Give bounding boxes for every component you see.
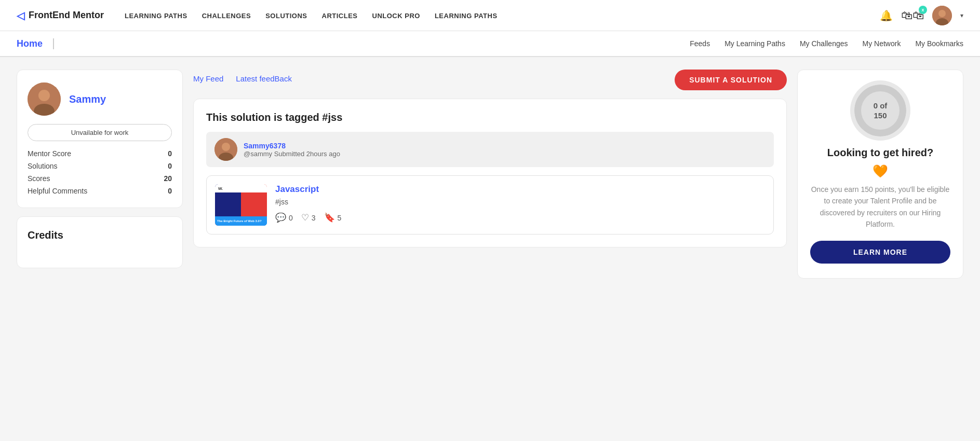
solution-info: Javascript #jss 💬 0 ♡ 3 🔖 5 xyxy=(275,184,765,223)
profile-top: Sammy xyxy=(28,82,172,116)
submit-solution-button[interactable]: SUBMIT A SOLUTION xyxy=(675,70,787,90)
nav-item-articles[interactable]: ARTICLES xyxy=(322,11,358,20)
stat-scores: Scores 20 xyxy=(28,174,172,183)
hiring-description: Once you earn 150 points, you'll be elig… xyxy=(810,184,950,230)
stat-solutions-value: 0 xyxy=(168,162,172,170)
avatar-image xyxy=(932,6,952,25)
author-avatar-image xyxy=(214,138,237,161)
credits-title: Credits xyxy=(28,229,63,241)
cart-wrapper[interactable]: 🛍 x xyxy=(901,9,924,22)
sub-nav-links: Feeds My Learning Paths My Challenges My… xyxy=(690,39,963,48)
sub-nav-learning-paths[interactable]: My Learning Paths xyxy=(724,39,785,48)
profile-avatar-image xyxy=(28,82,61,116)
solution-author: Sammy6378 @sammy Submitted 2hours ago xyxy=(206,132,774,167)
nav-item-learning-paths-2[interactable]: LEARNING PATHS xyxy=(435,11,498,20)
author-info: Sammy6378 @sammy Submitted 2hours ago xyxy=(244,142,340,158)
progress-circle-wrapper: 0 of 150 xyxy=(810,85,950,136)
stat-helpful-comments-label: Helpful Comments xyxy=(28,187,87,195)
bell-icon[interactable] xyxy=(880,9,893,22)
profile-name: Sammy xyxy=(69,93,106,105)
nav-item-challenges[interactable]: CHALLENGES xyxy=(202,11,251,20)
author-name[interactable]: Sammy6378 xyxy=(244,142,340,150)
stat-scores-label: Scores xyxy=(28,174,50,183)
stat-mentor-score-label: Mentor Score xyxy=(28,149,71,158)
thumb-text-block: The Bright Future of Web 3.0? xyxy=(215,216,267,226)
stat-helpful-comments: Helpful Comments 0 xyxy=(28,187,172,195)
tab-latest-feedback[interactable]: Latest feedBack xyxy=(236,74,292,86)
solution-actions: 💬 0 ♡ 3 🔖 5 xyxy=(275,212,765,223)
main-layout: Sammy Unvailable for work Mentor Score 0… xyxy=(0,57,980,291)
comment-action[interactable]: 💬 0 xyxy=(275,212,293,223)
profile-card: Sammy Unvailable for work Mentor Score 0… xyxy=(17,70,183,208)
stat-mentor-score: Mentor Score 0 xyxy=(28,149,172,158)
left-sidebar: Sammy Unvailable for work Mentor Score 0… xyxy=(17,70,183,279)
like-action[interactable]: ♡ 3 xyxy=(301,212,316,223)
feed-header: My Feed Latest feedBack SUBMIT A SOLUTIO… xyxy=(193,70,787,90)
heart-icon: ♡ xyxy=(301,212,309,223)
stat-solutions: Solutions 0 xyxy=(28,162,172,170)
author-avatar xyxy=(214,138,237,161)
avatar[interactable] xyxy=(932,6,952,25)
center-feed: My Feed Latest feedBack SUBMIT A SOLUTIO… xyxy=(193,70,787,279)
progress-text: 0 of 150 xyxy=(861,91,900,130)
bookmark-icon: 🔖 xyxy=(324,212,335,223)
svg-point-7 xyxy=(222,143,230,151)
top-navigation: FrontEnd Mentor LEARNING PATHS CHALLENGE… xyxy=(0,0,980,31)
solution-card-title: This solution is tagged #jss xyxy=(206,112,774,123)
profile-stats: Mentor Score 0 Solutions 0 Scores 20 Hel… xyxy=(28,149,172,195)
profile-avatar xyxy=(28,82,61,116)
tab-my-feed[interactable]: My Feed xyxy=(193,74,223,86)
sub-nav-network[interactable]: My Network xyxy=(863,39,901,48)
status-button[interactable]: Unvailable for work xyxy=(28,124,172,141)
solution-card: This solution is tagged #jss Sammy6378 @… xyxy=(193,99,787,247)
logo-text: FrontEnd Mentor xyxy=(29,10,104,21)
nav-right: 🛍 x ▾ xyxy=(880,6,963,25)
svg-point-4 xyxy=(38,90,50,101)
feed-tabs: My Feed Latest feedBack xyxy=(193,74,675,86)
heart-filled-icon: 🧡 xyxy=(810,164,950,178)
credits-card: Credits xyxy=(17,216,183,268)
stat-helpful-comments-value: 0 xyxy=(168,187,172,195)
logo-icon xyxy=(17,9,24,22)
svg-point-1 xyxy=(938,10,946,17)
bookmark-action[interactable]: 🔖 5 xyxy=(324,212,342,223)
bookmarks-count: 5 xyxy=(338,214,342,222)
solution-tag: #jss xyxy=(275,198,765,206)
thumb-top: W. xyxy=(215,184,267,192)
nav-links: LEARNING PATHS CHALLENGES SOLUTIONS ARTI… xyxy=(125,11,880,20)
nav-item-unlock-pro[interactable]: UNLOCK PRO xyxy=(372,11,420,20)
progress-circle: 0 of 150 xyxy=(854,85,906,136)
home-label[interactable]: Home xyxy=(17,38,54,49)
nav-item-learning-paths[interactable]: LEARNING PATHS xyxy=(125,11,187,20)
right-sidebar: 0 of 150 Looking to get hired? 🧡 Once yo… xyxy=(797,70,963,279)
stat-mentor-score-value: 0 xyxy=(168,149,172,158)
stat-solutions-label: Solutions xyxy=(28,162,58,170)
solution-preview[interactable]: W. The Bright Future of Web 3.0? Javascr… xyxy=(206,175,774,235)
sub-nav-bookmarks[interactable]: My Bookmarks xyxy=(915,39,963,48)
solution-language[interactable]: Javascript xyxy=(275,184,765,195)
sub-nav-challenges[interactable]: My Challenges xyxy=(800,39,848,48)
hiring-card: 0 of 150 Looking to get hired? 🧡 Once yo… xyxy=(797,70,963,279)
author-meta: @sammy Submitted 2hours ago xyxy=(244,150,340,158)
likes-count: 3 xyxy=(312,214,316,222)
comment-icon: 💬 xyxy=(275,212,286,223)
sub-navigation: Home Feeds My Learning Paths My Challeng… xyxy=(0,31,980,57)
stat-scores-value: 20 xyxy=(164,174,172,183)
learn-more-button[interactable]: LEARN MORE xyxy=(810,241,950,264)
cart-badge: x xyxy=(919,6,927,14)
thumb-mid xyxy=(215,192,267,216)
nav-item-solutions[interactable]: SOLUTIONS xyxy=(265,11,307,20)
comments-count: 0 xyxy=(289,214,293,222)
logo[interactable]: FrontEnd Mentor xyxy=(17,9,104,22)
solution-thumbnail: W. The Bright Future of Web 3.0? xyxy=(215,184,267,226)
sub-nav-feeds[interactable]: Feeds xyxy=(690,39,710,48)
hiring-title: Looking to get hired? xyxy=(810,147,950,159)
chevron-down-icon[interactable]: ▾ xyxy=(960,12,963,19)
